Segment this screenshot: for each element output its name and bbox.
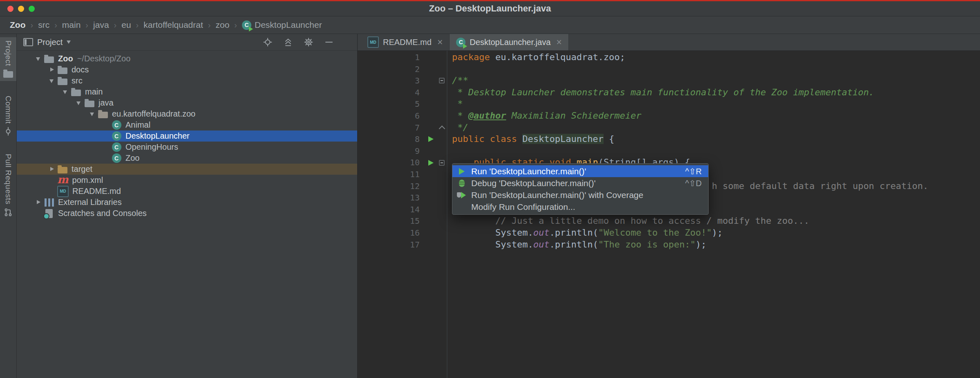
line-number[interactable]: 6 (358, 110, 425, 122)
code-token: { (604, 134, 615, 144)
breadcrumb-label: DesktopLauncher (255, 20, 322, 30)
tree-icon-slot (111, 153, 122, 164)
fold-end-icon[interactable] (439, 126, 445, 132)
run-context-menu: Run 'DesktopLauncher.main()'^⇧RDebug 'De… (452, 163, 709, 215)
line-number[interactable]: 12 (358, 180, 425, 192)
project-panel-title[interactable]: Project (37, 38, 63, 47)
line-number[interactable]: 14 (358, 204, 425, 216)
breadcrumb-item-java[interactable]: java (93, 20, 109, 30)
chevron-right-icon[interactable] (33, 197, 44, 208)
code-token (452, 216, 495, 226)
tree-item-zoo[interactable]: Zoo (17, 153, 357, 164)
tab-desktoplauncher-java[interactable]: DesktopLauncher.java× (450, 34, 568, 50)
hide-panel-icon[interactable] (324, 37, 334, 47)
breadcrumb-separator: › (234, 20, 237, 30)
tree-item-label: DesktopLauncher (125, 131, 190, 141)
markdown-icon (57, 186, 69, 197)
tree-item-src[interactable]: src (17, 75, 357, 86)
breadcrumb-item-main[interactable]: main (62, 20, 81, 30)
breadcrumb-item-zoo[interactable]: zoo (215, 20, 229, 30)
tree-item-desktoplauncher[interactable]: DesktopLauncher (17, 130, 357, 142)
tree-item-readme-md[interactable]: README.md (17, 186, 357, 197)
settings-gear-icon[interactable] (303, 37, 314, 47)
tree-item-openinghours[interactable]: OpeningHours (17, 142, 357, 153)
tab-readme-md[interactable]: README.md× (361, 34, 450, 50)
run-gutter-icon[interactable] (425, 160, 437, 166)
tree-item-zoo[interactable]: Zoo~/Desktop/Zoo (17, 53, 357, 64)
tree-item-main[interactable]: main (17, 86, 357, 97)
menu-item-run-desktoplauncher-main[interactable]: Run 'DesktopLauncher.main()'^⇧R (452, 165, 708, 177)
line-number[interactable]: 10 (358, 157, 425, 169)
close-icon[interactable]: × (437, 38, 443, 47)
stripe-button-pull-requests[interactable]: Pull Requests (0, 151, 16, 220)
chevron-spacer (101, 142, 111, 153)
stripe-button-project[interactable]: Project (0, 37, 16, 81)
chevron-down-icon[interactable] (74, 97, 84, 108)
close-icon[interactable]: × (556, 38, 562, 47)
line-number[interactable]: 8 (358, 133, 425, 145)
code-token: @author (468, 110, 506, 121)
code-text: * (447, 98, 463, 110)
breadcrumb-item-kartoffelquadrat[interactable]: kartoffelquadrat (143, 20, 203, 30)
tree-item-target[interactable]: target (17, 164, 357, 175)
menu-item-run-desktoplauncher-main-with-coverage[interactable]: Run 'DesktopLauncher.main()' with Covera… (452, 189, 708, 201)
project-tool-icon (3, 71, 13, 78)
collapse-all-icon[interactable] (283, 37, 293, 47)
chevron-down-icon[interactable] (87, 108, 98, 119)
gutter-fold-slot[interactable] (437, 78, 447, 83)
tree-item-pom-xml[interactable]: pom.xml (17, 175, 357, 186)
fold-collapse-icon[interactable] (439, 78, 445, 83)
run-gutter-icon[interactable] (425, 136, 437, 142)
chevron-right-icon[interactable] (47, 164, 57, 175)
tree-item-java[interactable]: java (17, 97, 357, 108)
tree-item-docs[interactable]: docs (17, 64, 357, 75)
line-number[interactable]: 11 (358, 169, 425, 180)
code-token: "The zoo is open:" (598, 239, 696, 250)
line-number[interactable]: 16 (358, 227, 425, 239)
stripe-button-commit[interactable]: Commit (0, 92, 16, 139)
folder-root-icon (44, 56, 54, 63)
gutter-fold-slot[interactable] (437, 124, 447, 131)
line-number[interactable]: 4 (358, 87, 425, 99)
code-editor[interactable]: 1package eu.kartoffelquadrat.zoo;23/**4 … (358, 51, 980, 378)
chevron-down-icon[interactable] (47, 75, 57, 86)
line-number[interactable]: 13 (358, 192, 425, 204)
tree-item-external-libraries[interactable]: External Libraries (17, 197, 357, 208)
line-number[interactable]: 2 (358, 63, 425, 75)
tree-icon-slot (111, 130, 122, 142)
breadcrumb-item-eu[interactable]: eu (121, 20, 131, 30)
titlebar[interactable]: Zoo – DesktopLauncher.java (0, 1, 980, 16)
gutter-fold-slot[interactable] (437, 160, 447, 166)
pull-request-icon (4, 208, 13, 217)
line-number[interactable]: 15 (358, 215, 425, 227)
chevron-down-icon[interactable] (33, 53, 44, 64)
line-number[interactable]: 3 (358, 75, 425, 87)
stripe-label-commit: Commit (4, 96, 13, 124)
menu-item-debug-desktoplauncher-main[interactable]: Debug 'DesktopLauncher.main()'^⇧D (452, 177, 708, 189)
locate-icon[interactable] (262, 37, 273, 47)
chevron-down-icon[interactable] (67, 40, 71, 44)
tree-icon-slot (98, 108, 108, 119)
code-text: /** (447, 75, 468, 87)
breadcrumb-item-desktoplauncher[interactable]: DesktopLauncher (242, 20, 322, 30)
line-number[interactable]: 1 (358, 52, 425, 63)
fold-collapse-icon[interactable] (439, 160, 445, 166)
tree-item-label: pom.xml (72, 176, 103, 185)
breadcrumb-item-zoo[interactable]: Zoo (10, 20, 25, 30)
tree-icon-slot (57, 186, 69, 197)
tree-icon-slot (71, 86, 81, 97)
tree-item-eu-kartoffelquadrat-zoo[interactable]: eu.kartoffelquadrat.zoo (17, 108, 357, 119)
chevron-spacer (101, 130, 111, 142)
code-text: */ (447, 122, 468, 134)
chevron-right-icon[interactable] (47, 64, 57, 75)
line-number[interactable]: 7 (358, 122, 425, 134)
tree-item-scratches-and-consoles[interactable]: Scratches and Consoles (17, 208, 357, 219)
chevron-down-icon[interactable] (60, 86, 71, 97)
line-number[interactable]: 9 (358, 145, 425, 157)
tree-item-animal[interactable]: Animal (17, 119, 357, 130)
breadcrumb-item-src[interactable]: src (38, 20, 49, 30)
line-number[interactable]: 5 (358, 98, 425, 110)
line-number[interactable]: 17 (358, 239, 425, 251)
menu-item-label: Run 'DesktopLauncher.main()' (471, 166, 586, 176)
menu-item-modify-run-configuration[interactable]: Modify Run Configuration... (452, 201, 708, 213)
